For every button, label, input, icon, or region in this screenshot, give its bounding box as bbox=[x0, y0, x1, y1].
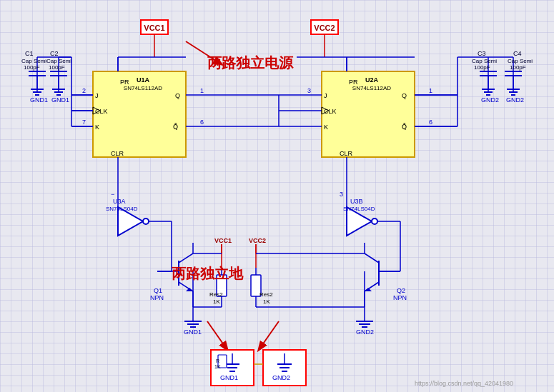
svg-text:SN74LS112AD: SN74LS112AD bbox=[352, 85, 391, 91]
watermark: https://blog.csdn.net/qq_42041980 bbox=[415, 380, 513, 387]
svg-text:J: J bbox=[95, 92, 99, 99]
svg-text:Q: Q bbox=[175, 92, 180, 99]
svg-text:R: R bbox=[216, 358, 219, 363]
svg-marker-131 bbox=[186, 288, 193, 291]
svg-line-129 bbox=[179, 253, 193, 263]
svg-text:GND2: GND2 bbox=[481, 96, 499, 104]
svg-text:Cap Semi: Cap Semi bbox=[46, 58, 71, 64]
svg-text:PR: PR bbox=[120, 79, 129, 86]
svg-text:C4: C4 bbox=[513, 50, 522, 57]
svg-line-175 bbox=[207, 321, 227, 350]
svg-text:Q̄: Q̄ bbox=[402, 123, 407, 131]
svg-text:CLR: CLR bbox=[340, 150, 353, 157]
svg-text:NPN: NPN bbox=[150, 294, 164, 301]
svg-text:6: 6 bbox=[200, 119, 204, 126]
svg-marker-144 bbox=[365, 288, 372, 291]
svg-text:C3: C3 bbox=[478, 50, 486, 57]
circuit-diagram: C1 Cap Semi 100pF GND1 C2 Cap Semi 100pF… bbox=[0, 0, 554, 392]
svg-text:Cap Semi: Cap Semi bbox=[508, 58, 533, 64]
svg-text:1K: 1K bbox=[213, 298, 220, 305]
svg-text:PR: PR bbox=[349, 79, 358, 86]
svg-text:J: J bbox=[324, 92, 327, 99]
svg-text:100pF: 100pF bbox=[474, 64, 490, 71]
svg-text:K: K bbox=[324, 124, 328, 131]
svg-text:SN74LS04D: SN74LS04D bbox=[343, 206, 375, 212]
svg-text:100pF: 100pF bbox=[510, 64, 526, 71]
svg-text:U2A: U2A bbox=[365, 76, 379, 84]
svg-text:GND2: GND2 bbox=[272, 374, 290, 381]
svg-text:1: 1 bbox=[200, 87, 204, 94]
svg-text:100pF: 100pF bbox=[49, 64, 65, 71]
svg-text:Cap Semi: Cap Semi bbox=[21, 58, 46, 64]
svg-text:Res2: Res2 bbox=[259, 291, 273, 298]
svg-text:GND2: GND2 bbox=[506, 96, 524, 104]
svg-text:Q2: Q2 bbox=[397, 287, 405, 294]
svg-text:C2: C2 bbox=[50, 50, 59, 57]
svg-text:VCC2: VCC2 bbox=[249, 237, 266, 244]
svg-text:Q1: Q1 bbox=[154, 287, 162, 294]
vcc2-label-text: VCC2 bbox=[314, 24, 335, 32]
svg-text:SN74LS112AD: SN74LS112AD bbox=[124, 85, 162, 91]
svg-text:100pF: 100pF bbox=[24, 64, 40, 71]
svg-text:SN74LS04D: SN74LS04D bbox=[106, 206, 138, 212]
svg-text:7: 7 bbox=[82, 119, 86, 126]
svg-point-117 bbox=[372, 218, 377, 224]
svg-text:Q: Q bbox=[402, 92, 407, 99]
independent-ground-label: 两路独立地 bbox=[172, 266, 244, 281]
svg-text:1K: 1K bbox=[214, 364, 221, 369]
svg-point-111 bbox=[143, 218, 149, 224]
svg-text:K: K bbox=[95, 124, 99, 131]
svg-text:2: 2 bbox=[82, 87, 86, 94]
svg-text:Res2: Res2 bbox=[209, 291, 223, 298]
svg-text:U3A: U3A bbox=[113, 198, 126, 205]
svg-text:GND2: GND2 bbox=[356, 328, 374, 336]
svg-text:CLR: CLR bbox=[111, 150, 124, 157]
svg-line-176 bbox=[259, 321, 279, 350]
svg-text:C1: C1 bbox=[25, 50, 34, 57]
svg-text:GND1: GND1 bbox=[220, 374, 238, 381]
svg-text:Cap Semi: Cap Semi bbox=[472, 58, 497, 64]
svg-text:1K: 1K bbox=[263, 298, 270, 305]
svg-text:GND1: GND1 bbox=[51, 96, 69, 104]
svg-text:U3B: U3B bbox=[350, 198, 363, 205]
svg-text:VCC1: VCC1 bbox=[214, 237, 232, 244]
svg-text:−: − bbox=[111, 191, 114, 198]
svg-text:Q̄: Q̄ bbox=[173, 123, 178, 131]
svg-text:U1A: U1A bbox=[137, 76, 150, 84]
svg-text:1: 1 bbox=[429, 87, 432, 94]
svg-text:GND1: GND1 bbox=[30, 96, 48, 104]
svg-text:3: 3 bbox=[307, 87, 311, 94]
vcc1-label-text: VCC1 bbox=[144, 24, 164, 32]
svg-line-142 bbox=[365, 253, 379, 263]
svg-text:6: 6 bbox=[429, 119, 432, 126]
independent-power-label: 两路独立电源 bbox=[207, 55, 294, 71]
svg-text:NPN: NPN bbox=[393, 294, 407, 301]
svg-text:GND1: GND1 bbox=[184, 328, 202, 336]
svg-text:3: 3 bbox=[340, 191, 343, 198]
